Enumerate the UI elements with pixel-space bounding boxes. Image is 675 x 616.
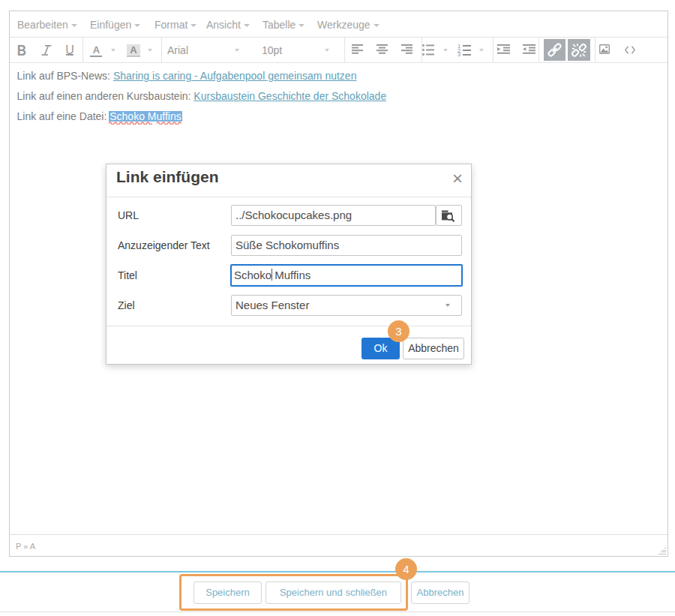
svg-text:3: 3 — [458, 51, 460, 57]
